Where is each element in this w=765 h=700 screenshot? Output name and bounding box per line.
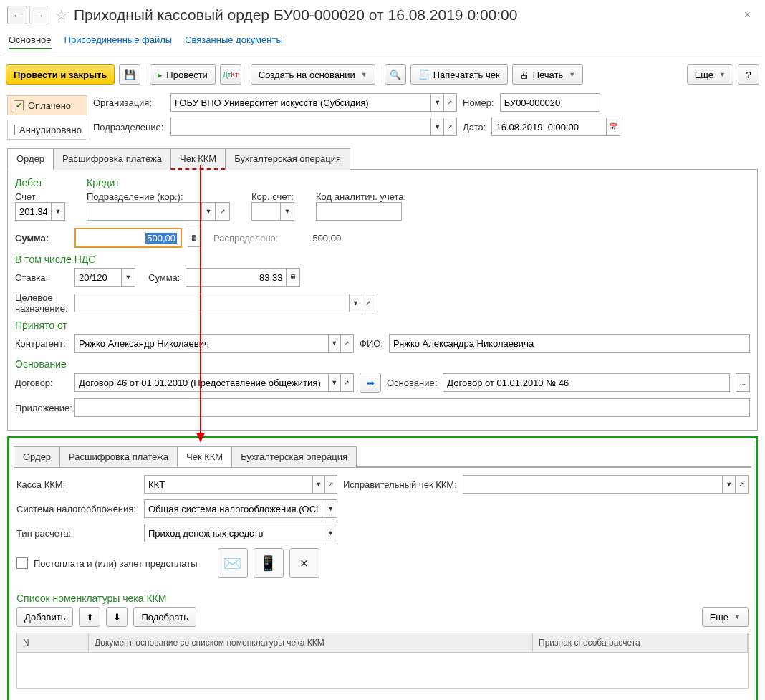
- basis-input[interactable]: [443, 373, 730, 392]
- save-button[interactable]: 💾: [119, 64, 140, 85]
- cashbox-input[interactable]: [144, 475, 312, 494]
- dropdown-button[interactable]: ▼: [328, 334, 341, 353]
- number-input[interactable]: [500, 93, 600, 112]
- dropdown-button[interactable]: ▼: [722, 475, 735, 494]
- page-title: Приходный кассовый ордер БУ00-000020 от …: [74, 6, 517, 24]
- chevron-down-icon: ▼: [719, 71, 726, 78]
- dropdown-button[interactable]: ▼: [349, 294, 362, 312]
- cor-acc-input[interactable]: [251, 202, 280, 221]
- table-body[interactable]: [16, 653, 749, 689]
- org-input[interactable]: [170, 93, 430, 112]
- separator: [246, 66, 246, 83]
- help-button[interactable]: ?: [738, 64, 759, 85]
- more-button[interactable]: Еще▼: [687, 64, 733, 85]
- number-label: Номер:: [463, 97, 494, 108]
- move-up-button[interactable]: ⬆: [79, 607, 100, 627]
- corr-check-input[interactable]: [463, 475, 723, 494]
- dropdown-button[interactable]: ▼: [328, 373, 341, 392]
- tab-decode[interactable]: Расшифровка платежа: [53, 148, 171, 170]
- section-tab-related[interactable]: Связанные документы: [185, 32, 283, 49]
- nav-forward-button[interactable]: →: [29, 6, 49, 24]
- tab2-decode[interactable]: Расшифровка платежа: [59, 446, 178, 467]
- tab-accounting[interactable]: Бухгалтерская операция: [225, 148, 350, 170]
- open-button[interactable]: ↗: [341, 334, 354, 353]
- dropdown-button[interactable]: ▼: [430, 118, 443, 136]
- vat-sum-label: Сумма:: [148, 272, 180, 283]
- debit-header: Дебет: [15, 177, 65, 188]
- division-input[interactable]: [170, 118, 430, 136]
- dropdown-button[interactable]: ▼: [312, 475, 325, 494]
- order-tab-content: Дебет Счет: ▼ Кредит Подразделение (кор.…: [7, 170, 758, 431]
- vat-sum-input[interactable]: [186, 268, 286, 287]
- calc-button[interactable]: 🖩: [188, 229, 201, 247]
- section-tab-main[interactable]: Основное: [9, 32, 52, 49]
- dropdown-button[interactable]: ▼: [121, 268, 135, 287]
- analytic-label: Код аналитич. учета:: [316, 191, 406, 202]
- open-button[interactable]: ↗: [444, 118, 457, 136]
- create-based-button[interactable]: Создать на основании▼: [251, 64, 375, 85]
- post-and-close-button[interactable]: Провести и закрыть: [6, 64, 115, 85]
- dtkt-button[interactable]: ДтКт: [220, 64, 241, 85]
- open-button[interactable]: ↗: [341, 373, 354, 392]
- purpose-input[interactable]: [74, 294, 349, 312]
- dropdown-button[interactable]: ▼: [280, 202, 294, 221]
- analytic-input[interactable]: [316, 202, 402, 221]
- tab-order[interactable]: Ордер: [7, 148, 54, 170]
- close-button[interactable]: ×: [744, 9, 751, 21]
- tab2-kkm[interactable]: Чек ККМ: [177, 446, 232, 467]
- ellipsis-button[interactable]: …: [736, 373, 750, 392]
- print-button[interactable]: 🖨Печать▼: [512, 64, 584, 85]
- contract-input[interactable]: [74, 373, 328, 392]
- add-button[interactable]: Добавить: [16, 607, 73, 627]
- cor-div-input[interactable]: [87, 202, 201, 221]
- calendar-button[interactable]: 📅: [606, 118, 620, 136]
- section-tab-files[interactable]: Присоединенные файлы: [64, 32, 173, 49]
- save-icon: 💾: [124, 69, 135, 80]
- contractor-input[interactable]: [74, 334, 328, 353]
- annulled-checkbox[interactable]: Аннулировано: [7, 120, 87, 140]
- account-input[interactable]: [15, 202, 51, 221]
- tab2-order[interactable]: Ордер: [14, 446, 60, 467]
- taxsys-input[interactable]: [144, 499, 324, 518]
- fio-input[interactable]: [389, 334, 750, 353]
- calctype-input[interactable]: [144, 524, 324, 542]
- open-button[interactable]: ↗: [736, 475, 749, 494]
- star-icon[interactable]: ☆: [55, 6, 68, 24]
- open-button[interactable]: ↗: [216, 202, 230, 221]
- table-header: N Документ-основание со списком номенкла…: [16, 633, 749, 653]
- tab2-accounting[interactable]: Бухгалтерская операция: [231, 446, 357, 467]
- paid-checkbox[interactable]: ✔Оплачено: [7, 95, 87, 115]
- postpay-checkbox[interactable]: [16, 557, 28, 569]
- move-down-button[interactable]: ⬇: [106, 607, 128, 627]
- tab-kkm[interactable]: Чек ККМ: [170, 148, 226, 170]
- open-button[interactable]: ↗: [362, 294, 375, 312]
- dropdown-button[interactable]: ▼: [430, 93, 443, 112]
- more2-button[interactable]: Еще▼: [702, 607, 749, 627]
- phone-button[interactable]: 📱: [254, 548, 284, 578]
- search-button[interactable]: 🔍: [385, 64, 406, 85]
- email-button[interactable]: ✉️: [218, 548, 248, 578]
- arrow-right-icon: ➡: [367, 378, 375, 388]
- sum-input[interactable]: 500,00: [74, 228, 182, 248]
- cashbox-label: Касса ККМ:: [16, 479, 138, 490]
- chevron-down-icon: ▼: [361, 71, 367, 78]
- sum-label: Сумма:: [15, 233, 69, 244]
- date-input[interactable]: [491, 118, 606, 136]
- dropdown-button[interactable]: ▼: [51, 202, 65, 221]
- attachment-input[interactable]: [74, 398, 750, 417]
- calc-button[interactable]: 🖩: [286, 268, 300, 287]
- clear-button[interactable]: ×: [289, 548, 319, 578]
- open-button[interactable]: ↗: [444, 93, 457, 112]
- pick-button[interactable]: Подобрать: [133, 607, 196, 627]
- purpose-label: Целевое назначение:: [15, 292, 69, 314]
- post-button[interactable]: ▸Провести: [150, 64, 216, 85]
- print-check-button[interactable]: 🧾Напечатать чек: [410, 64, 508, 85]
- open-button[interactable]: ↗: [325, 475, 337, 494]
- dropdown-button[interactable]: ▼: [324, 524, 337, 542]
- fill-button[interactable]: ➡: [360, 373, 381, 393]
- dropdown-button[interactable]: ▼: [324, 499, 337, 518]
- dropdown-button[interactable]: ▼: [201, 202, 216, 221]
- checkbox-empty-icon: [14, 125, 15, 135]
- nav-back-button[interactable]: ←: [7, 6, 27, 24]
- rate-input[interactable]: [74, 268, 121, 287]
